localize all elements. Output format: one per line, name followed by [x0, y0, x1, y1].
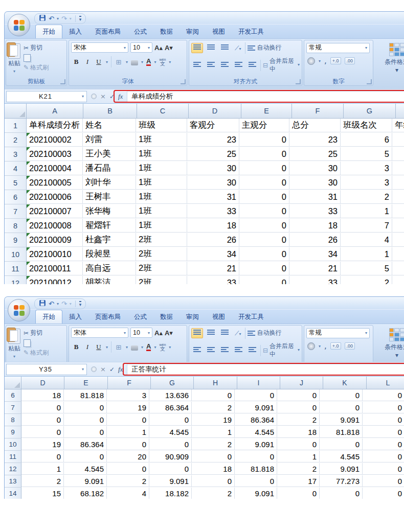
- column-header-I[interactable]: I: [237, 377, 280, 389]
- cell-K12[interactable]: 9.091: [320, 463, 363, 475]
- cell-B4[interactable]: 潘石晶: [83, 161, 136, 175]
- tab-data[interactable]: 数据: [153, 310, 179, 323]
- undo-dropdown-icon[interactable]: ▾: [57, 302, 59, 306]
- cell-C8[interactable]: 1班: [136, 219, 187, 233]
- grow-font-icon[interactable]: A▴: [154, 329, 163, 337]
- row-header-14[interactable]: 14: [5, 488, 21, 499]
- cell-A9[interactable]: 202100009: [27, 233, 83, 247]
- cell-J8[interactable]: 2: [277, 414, 320, 426]
- row-header-9[interactable]: 9: [5, 233, 27, 247]
- cell-G7[interactable]: 1: [341, 204, 392, 218]
- shrink-font-icon[interactable]: A▾: [165, 329, 173, 337]
- tab-formulas[interactable]: 公式: [127, 25, 153, 38]
- cell-B10[interactable]: 段昶昱: [83, 247, 136, 261]
- cell-A8[interactable]: 202100008: [27, 219, 83, 233]
- fill-color-dropdown-icon[interactable]: ▾: [141, 60, 143, 64]
- column-header-H[interactable]: H: [194, 377, 237, 389]
- cell-A3[interactable]: 202100003: [27, 147, 83, 161]
- cell-B2[interactable]: 刘雷: [83, 133, 136, 147]
- cancel-icon[interactable]: ×: [100, 93, 106, 100]
- tab-view[interactable]: 视图: [206, 310, 232, 323]
- formula-input[interactable]: 单科成绩分析: [127, 91, 404, 102]
- decrease-decimal-icon[interactable]: .00: [345, 57, 355, 64]
- merge-center-button[interactable]: ⊟合并后居中▾: [263, 57, 300, 73]
- cell-B5[interactable]: 刘叶华: [83, 176, 136, 190]
- cell-G10[interactable]: 0: [149, 438, 192, 450]
- tab-developer[interactable]: 开发工具: [232, 25, 271, 38]
- align-left-button[interactable]: [191, 60, 203, 71]
- number-dialog-launcher-icon[interactable]: [367, 79, 372, 84]
- increase-decimal-icon[interactable]: +.0: [330, 57, 341, 64]
- cell-J9[interactable]: 18: [277, 426, 320, 438]
- format-painter-button[interactable]: ✎格式刷: [24, 64, 49, 72]
- cell-H5[interactable]: [392, 176, 404, 190]
- column-header-J[interactable]: J: [280, 377, 323, 389]
- name-box[interactable]: K21 ▾: [6, 91, 87, 102]
- cell-G12[interactable]: 0: [149, 463, 192, 475]
- cell-I10[interactable]: 9.091: [235, 438, 277, 450]
- cell-F12[interactable]: 0: [107, 463, 149, 475]
- cell-G7[interactable]: 86.364: [149, 402, 192, 413]
- tab-home[interactable]: 开始: [35, 310, 62, 323]
- row-header-10[interactable]: 10: [5, 438, 21, 451]
- decrease-indent-button[interactable]: [233, 60, 244, 71]
- cell-E11[interactable]: 0: [239, 262, 289, 275]
- phonetic-dropdown-icon[interactable]: ▾: [169, 60, 171, 64]
- cell-I12[interactable]: 81.818: [235, 463, 277, 475]
- cell-F1[interactable]: 总分: [289, 119, 341, 132]
- borders-icon[interactable]: ⊞: [115, 59, 123, 65]
- cell-G8[interactable]: 0: [149, 414, 192, 426]
- top-align-button[interactable]: [191, 328, 203, 338]
- conditional-formatting-button[interactable]: 条件格式 ▾: [377, 43, 404, 74]
- cell-F10[interactable]: 0: [107, 438, 149, 450]
- cell-H13[interactable]: 0: [192, 475, 235, 487]
- column-header-K[interactable]: K: [323, 377, 367, 389]
- redo-icon[interactable]: ↷: [61, 15, 67, 22]
- cell-C10[interactable]: 2班: [136, 247, 187, 261]
- cell-E12[interactable]: 0: [239, 276, 289, 284]
- cell-G2[interactable]: 6: [341, 133, 392, 147]
- tab-insert[interactable]: 插入: [62, 25, 88, 38]
- cell-F12[interactable]: 33: [289, 276, 341, 284]
- cell-D5[interactable]: 30: [187, 176, 239, 190]
- cell-D11[interactable]: 21: [187, 262, 239, 275]
- cell-L13[interactable]: 0: [363, 475, 404, 487]
- cell-F10[interactable]: 34: [289, 247, 341, 261]
- clipboard-dialog-launcher-icon[interactable]: [60, 79, 65, 84]
- save-icon[interactable]: [39, 299, 46, 309]
- shrink-font-icon[interactable]: A▾: [165, 44, 173, 52]
- conditional-formatting-button[interactable]: 条件格式 ▾: [377, 328, 404, 359]
- cell-K9[interactable]: 81.818: [320, 426, 363, 438]
- comma-style-icon[interactable]: ,: [324, 342, 327, 350]
- cell-B7[interactable]: 张华梅: [83, 204, 136, 218]
- column-header-E[interactable]: E: [241, 104, 292, 119]
- cell-L11[interactable]: 0: [363, 451, 404, 462]
- office-button[interactable]: [8, 14, 30, 36]
- row-header-10[interactable]: 10: [5, 247, 27, 262]
- cell-F11[interactable]: 21: [289, 262, 341, 275]
- cell-F5[interactable]: 30: [289, 176, 341, 190]
- row-header-4[interactable]: 4: [5, 161, 27, 176]
- cell-G1[interactable]: 班级名次: [341, 119, 392, 132]
- increase-decimal-icon[interactable]: +.0: [330, 342, 341, 350]
- enter-icon[interactable]: ✓: [109, 366, 115, 373]
- cell-E9[interactable]: 0: [64, 426, 107, 438]
- cell-J13[interactable]: 17: [277, 475, 320, 487]
- cell-E6[interactable]: 81.818: [64, 389, 107, 401]
- phonetic-guide-icon[interactable]: wén文: [159, 343, 166, 352]
- cell-E12[interactable]: 4.545: [64, 463, 107, 475]
- middle-align-button[interactable]: [205, 43, 217, 53]
- cell-G8[interactable]: 7: [341, 219, 392, 233]
- cell-H6[interactable]: 0: [192, 389, 235, 401]
- cell-K14[interactable]: 0: [320, 488, 363, 499]
- cell-A4[interactable]: 202100004: [27, 161, 83, 175]
- cell-H11[interactable]: 0: [192, 451, 235, 462]
- cell-F7[interactable]: 19: [107, 402, 149, 413]
- formula-input[interactable]: 正答率统计: [127, 364, 404, 375]
- column-header-H[interactable]: H: [396, 104, 404, 119]
- cell-D14[interactable]: 15: [21, 488, 64, 499]
- cell-D11[interactable]: 0: [21, 451, 64, 462]
- cell-A1[interactable]: 单科成绩分析: [27, 119, 83, 132]
- font-name-select[interactable]: 宋体▾: [71, 328, 128, 338]
- cell-E8[interactable]: 0: [64, 414, 107, 426]
